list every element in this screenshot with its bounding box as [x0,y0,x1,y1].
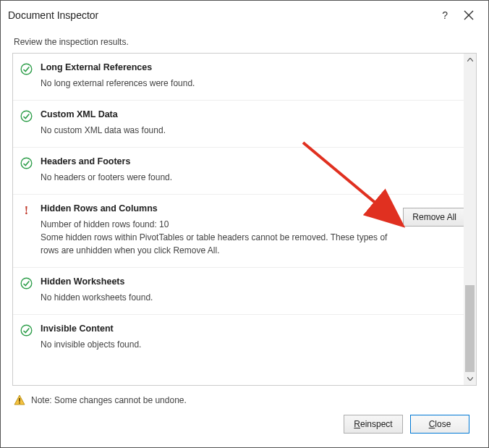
scroll-thumb[interactable] [465,285,475,372]
result-item: Invisible ContentNo invisible objects fo… [13,315,476,361]
check-circle-icon [20,276,41,289]
button-row: Reinspect Close [1,415,488,445]
close-icon[interactable] [456,7,481,23]
result-detail: No invisible objects found. [41,338,466,351]
reinspect-button[interactable]: Reinspect [344,415,403,434]
result-item: Custom XML DataNo custom XML data was fo… [13,101,476,148]
svg-point-6 [21,325,32,336]
result-title: Hidden Worksheets [41,276,466,287]
exclamation-icon: ! [20,203,41,216]
note-text: Note: Some changes cannot be undone. [31,395,187,405]
dialog-title: Document Inspector [8,9,433,21]
result-title: Headers and Footers [41,156,466,166]
scroll-down-icon[interactable] [464,373,476,385]
result-detail: No headers or footers were found. [41,171,466,184]
instruction-text: Review the inspection results. [1,30,488,53]
remove-all-button[interactable]: Remove All [403,208,466,227]
check-circle-icon [20,109,41,122]
svg-point-2 [21,64,32,75]
help-button[interactable]: ? [433,7,456,24]
result-title: Custom XML Data [41,109,466,119]
result-detail: No long external references were found. [41,77,466,90]
svg-rect-8 [19,398,20,402]
scrollbar[interactable] [464,54,476,385]
warning-triangle-icon [14,394,25,406]
result-text: Hidden WorksheetsNo hidden worksheets fo… [41,276,466,304]
result-text: Headers and FootersNo headers or footers… [41,156,466,184]
note-row: Note: Some changes cannot be undone. [1,386,488,415]
result-item: !Hidden Rows and ColumnsNumber of hidden… [13,195,476,268]
titlebar: Document Inspector ? [1,1,488,30]
result-item: Long External ReferencesNo long external… [13,54,476,101]
result-detail: No hidden worksheets found. [41,291,466,304]
svg-point-3 [21,111,32,122]
result-detail: No custom XML data was found. [41,124,466,137]
result-item: Headers and FootersNo headers or footers… [13,148,476,195]
svg-point-4 [21,158,32,169]
result-title: Long External References [41,62,466,72]
result-detail: Number of hidden rows found: 10Some hidd… [41,218,397,257]
svg-rect-9 [19,402,20,404]
result-text: Invisible ContentNo invisible objects fo… [41,324,466,351]
result-text: Hidden Rows and ColumnsNumber of hidden … [41,203,397,257]
close-button[interactable]: Close [410,415,469,434]
result-action: Remove All [397,203,466,227]
result-text: Long External ReferencesNo long external… [41,62,466,90]
result-title: Hidden Rows and Columns [41,203,397,214]
result-item: Hidden WorksheetsNo hidden worksheets fo… [13,268,476,315]
result-text: Custom XML DataNo custom XML data was fo… [41,109,466,137]
scroll-up-icon[interactable] [464,54,476,66]
check-circle-icon [20,62,41,75]
svg-point-5 [21,278,32,289]
check-circle-icon [20,156,41,169]
results-list: Long External ReferencesNo long external… [12,53,477,386]
result-title: Invisible Content [41,324,466,334]
check-circle-icon [20,324,41,337]
